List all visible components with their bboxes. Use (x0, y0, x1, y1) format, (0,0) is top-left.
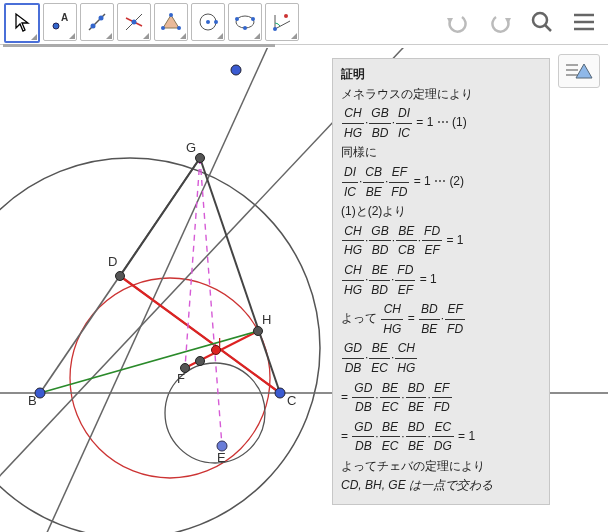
svg-point-46 (231, 65, 241, 75)
svg-point-51 (196, 357, 205, 366)
proof-eq6: = GDDB·BEEC·BDBE·ECDG = 1 (341, 418, 541, 456)
proof-l1: メネラウスの定理により (341, 85, 541, 104)
svg-point-4 (99, 16, 104, 21)
svg-point-44 (275, 388, 285, 398)
tool-group: A (0, 1, 302, 43)
pt-label-b: B (28, 393, 37, 408)
tool-perpendicular[interactable] (117, 3, 151, 41)
pt-label-h: H (262, 312, 271, 327)
svg-point-12 (206, 20, 210, 24)
svg-line-33 (40, 48, 290, 532)
circle-icon (197, 11, 219, 33)
pt-label-e: E (217, 450, 226, 465)
point-icon: A (50, 11, 70, 33)
svg-point-16 (251, 17, 255, 21)
pt-label-f: F (177, 371, 185, 386)
svg-point-8 (169, 13, 173, 17)
proof-l5: よってチェバの定理により (341, 457, 541, 476)
svg-point-20 (533, 13, 547, 27)
ellipse-icon (234, 11, 256, 33)
svg-line-40 (40, 331, 258, 393)
redo-button[interactable] (486, 8, 514, 36)
svg-point-13 (214, 20, 218, 24)
pt-label-c: C (287, 393, 296, 408)
proof-eq5b: = GDDB·BEEC·BDBE·EFFD (341, 379, 541, 417)
pt-label-i: I (218, 336, 221, 350)
svg-line-42 (185, 158, 200, 368)
svg-point-0 (53, 23, 59, 29)
svg-point-17 (243, 26, 247, 30)
line-icon (86, 11, 108, 33)
undo-button[interactable] (444, 8, 472, 36)
tool-move[interactable] (4, 3, 40, 43)
angle-icon (271, 11, 293, 33)
search-button[interactable] (528, 8, 556, 36)
tool-circle-3pt[interactable] (228, 3, 262, 41)
polygon-icon (160, 11, 182, 33)
pt-label-d: D (108, 254, 117, 269)
tool-polygon[interactable] (154, 3, 188, 41)
proof-l6: CD, BH, GE は一点で交わる (341, 476, 541, 495)
right-controls (444, 8, 608, 36)
proof-title: 証明 (341, 65, 541, 84)
tool-angle[interactable] (265, 3, 299, 41)
svg-line-36 (120, 158, 200, 276)
svg-point-9 (177, 26, 181, 30)
svg-line-21 (545, 25, 551, 31)
svg-point-15 (235, 17, 239, 21)
svg-point-28 (0, 158, 320, 532)
redo-icon (487, 11, 513, 33)
proof-eq1: CHHG·GBBD·DIIC = 1 ⋯ (1) (341, 104, 541, 142)
toolbar: A (0, 0, 608, 45)
proof-eq5a: GDDB·BEEC·CHHG (341, 339, 541, 377)
svg-point-3 (91, 24, 96, 29)
tool-point[interactable]: A (43, 3, 77, 41)
pt-label-g: G (186, 140, 196, 155)
perp-icon (123, 11, 145, 33)
undo-icon (445, 11, 471, 33)
proof-l4: よって CHHG = BDBE·EFFD (341, 300, 541, 338)
svg-text:A: A (61, 12, 68, 23)
proof-eq3: CHHG·GBBD·BECB·FDEF = 1 (341, 222, 541, 260)
svg-point-47 (196, 154, 205, 163)
tool-circle-center[interactable] (191, 3, 225, 41)
svg-point-49 (254, 327, 263, 336)
svg-point-10 (161, 26, 165, 30)
svg-point-7 (132, 20, 137, 25)
proof-eq2: DIIC·CBBE·EFFD = 1 ⋯ (2) (341, 163, 541, 201)
proof-panel: 証明 メネラウスの定理により CHHG·GBBD·DIIC = 1 ⋯ (1) … (332, 58, 550, 505)
svg-point-19 (284, 14, 288, 18)
svg-point-18 (273, 27, 277, 31)
tool-underline (3, 44, 275, 47)
proof-l3: (1)と(2)より (341, 202, 541, 221)
tool-line[interactable] (80, 3, 114, 41)
proof-eq4: CHHG·BEBD·FDEF = 1 (341, 261, 541, 299)
menu-icon (572, 12, 596, 32)
menu-button[interactable] (570, 8, 598, 36)
proof-l2: 同様に (341, 143, 541, 162)
search-icon (530, 10, 554, 34)
svg-line-41 (200, 158, 222, 446)
svg-point-48 (116, 272, 125, 281)
arrow-icon (13, 12, 31, 34)
svg-point-29 (70, 278, 270, 478)
